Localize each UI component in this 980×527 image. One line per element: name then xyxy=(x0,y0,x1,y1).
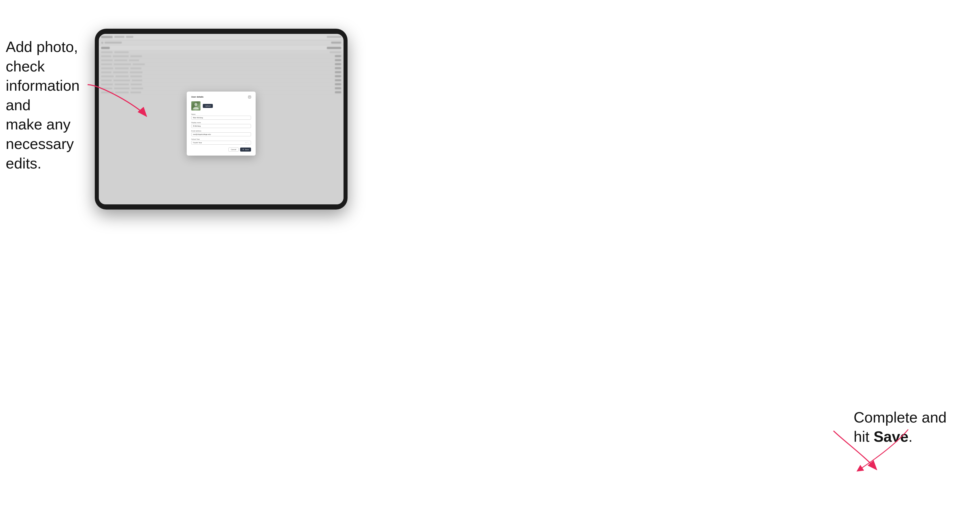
modal-title-row: User details × xyxy=(191,95,251,98)
email-input[interactable]: test@clippdcollege.edu xyxy=(191,132,251,137)
email-field-group: Email address test@clippdcollege.edu xyxy=(191,130,251,137)
cancel-button[interactable]: Cancel xyxy=(228,148,239,152)
save-button-label: Save xyxy=(245,149,249,151)
email-label: Email address xyxy=(191,130,251,132)
tablet-frame: User details × Upload xyxy=(95,29,348,210)
svg-point-2 xyxy=(194,103,197,106)
modal-footer: Cancel ⬆ Save xyxy=(191,148,251,152)
upload-photo-button[interactable]: Upload xyxy=(203,104,213,108)
school-year-select[interactable]: Fourth Year × ⌃⌄ xyxy=(191,141,251,144)
save-icon: ⬆ xyxy=(242,148,244,151)
arrow-right xyxy=(837,424,923,481)
modal-close-button[interactable]: × xyxy=(248,95,251,98)
display-name-label: Display name xyxy=(191,122,251,124)
annotation-line-3: make any xyxy=(6,116,70,133)
user-details-modal: User details × Upload xyxy=(187,92,256,156)
save-button[interactable]: ⬆ Save xyxy=(240,148,251,152)
school-year-label: School Year xyxy=(191,138,251,140)
modal-overlay: User details × Upload xyxy=(99,34,344,204)
tablet-screen: User details × Upload xyxy=(99,34,344,204)
annotation-left: Add photo, check information and make an… xyxy=(6,37,98,173)
school-year-field-group: School Year Fourth Year × ⌃⌄ xyxy=(191,138,251,144)
annotation-line-1: Add photo, check xyxy=(6,38,78,75)
name-value: Blair McHarg xyxy=(193,117,203,119)
photo-image xyxy=(191,101,200,111)
annotation-line-2: information and xyxy=(6,77,80,113)
name-label: Name xyxy=(191,113,251,115)
photo-row: Upload xyxy=(191,101,251,111)
select-clear-icon[interactable]: × xyxy=(245,142,247,143)
user-photo-thumbnail xyxy=(191,101,200,111)
modal-title: User details xyxy=(191,95,204,98)
display-name-field-group: Display name B.McHarg xyxy=(191,122,251,128)
select-arrows-icon: ⌃⌄ xyxy=(247,142,249,143)
school-year-value: Fourth Year xyxy=(193,142,202,143)
email-value: test@clippdcollege.edu xyxy=(193,133,211,135)
name-field-group: Name Blair McHarg xyxy=(191,113,251,120)
person-silhouette-icon xyxy=(191,101,200,111)
display-name-input[interactable]: B.McHarg xyxy=(191,124,251,128)
display-name-value: B.McHarg xyxy=(193,125,201,127)
annotation-right-line1: Complete and xyxy=(854,409,947,426)
name-input[interactable]: Blair McHarg xyxy=(191,116,251,120)
annotation-line-4: necessary edits. xyxy=(6,135,74,171)
